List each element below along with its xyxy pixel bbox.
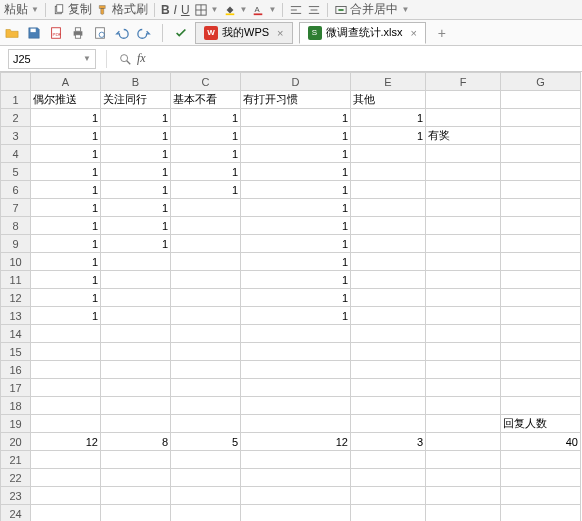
cell-E10[interactable] bbox=[351, 253, 426, 271]
cell-F12[interactable] bbox=[426, 289, 501, 307]
cell-F17[interactable] bbox=[426, 379, 501, 397]
cell-D24[interactable] bbox=[241, 505, 351, 522]
row-header-15[interactable]: 15 bbox=[1, 343, 31, 361]
cell-G8[interactable] bbox=[501, 217, 581, 235]
cell-E2[interactable]: 1 bbox=[351, 109, 426, 127]
cell-A7[interactable]: 1 bbox=[31, 199, 101, 217]
cell-A24[interactable] bbox=[31, 505, 101, 522]
cell-G13[interactable] bbox=[501, 307, 581, 325]
cell-E9[interactable] bbox=[351, 235, 426, 253]
close-icon[interactable]: × bbox=[277, 27, 283, 39]
check-button[interactable] bbox=[173, 25, 189, 41]
cell-F3[interactable]: 有奖 bbox=[426, 127, 501, 145]
fx-label[interactable]: fx bbox=[137, 51, 146, 66]
cell-A3[interactable]: 1 bbox=[31, 127, 101, 145]
tab-my-wps[interactable]: W 我的WPS × bbox=[195, 22, 293, 44]
open-button[interactable] bbox=[4, 25, 20, 41]
row-header-4[interactable]: 4 bbox=[1, 145, 31, 163]
cell-F15[interactable] bbox=[426, 343, 501, 361]
cell-E11[interactable] bbox=[351, 271, 426, 289]
cell-D3[interactable]: 1 bbox=[241, 127, 351, 145]
cell-E1[interactable]: 其他 bbox=[351, 91, 426, 109]
name-box[interactable]: J25 ▼ bbox=[8, 49, 96, 69]
cell-D4[interactable]: 1 bbox=[241, 145, 351, 163]
row-header-11[interactable]: 11 bbox=[1, 271, 31, 289]
cell-E8[interactable] bbox=[351, 217, 426, 235]
cell-D22[interactable] bbox=[241, 469, 351, 487]
cell-C15[interactable] bbox=[171, 343, 241, 361]
cell-B6[interactable]: 1 bbox=[101, 181, 171, 199]
row-header-6[interactable]: 6 bbox=[1, 181, 31, 199]
cell-F10[interactable] bbox=[426, 253, 501, 271]
cell-G19[interactable]: 回复人数 bbox=[501, 415, 581, 433]
add-tab-button[interactable]: + bbox=[432, 25, 452, 41]
save-button[interactable] bbox=[26, 25, 42, 41]
cell-D20[interactable]: 12 bbox=[241, 433, 351, 451]
row-header-14[interactable]: 14 bbox=[1, 325, 31, 343]
cell-E16[interactable] bbox=[351, 361, 426, 379]
select-all-corner[interactable] bbox=[1, 73, 31, 91]
row-header-8[interactable]: 8 bbox=[1, 217, 31, 235]
cell-C4[interactable]: 1 bbox=[171, 145, 241, 163]
cell-A18[interactable] bbox=[31, 397, 101, 415]
row-header-24[interactable]: 24 bbox=[1, 505, 31, 522]
cell-F1[interactable] bbox=[426, 91, 501, 109]
cell-B3[interactable]: 1 bbox=[101, 127, 171, 145]
cell-F5[interactable] bbox=[426, 163, 501, 181]
cell-E22[interactable] bbox=[351, 469, 426, 487]
cell-B20[interactable]: 8 bbox=[101, 433, 171, 451]
cell-C20[interactable]: 5 bbox=[171, 433, 241, 451]
cell-D2[interactable]: 1 bbox=[241, 109, 351, 127]
cell-B15[interactable] bbox=[101, 343, 171, 361]
cell-B19[interactable] bbox=[101, 415, 171, 433]
cell-G6[interactable] bbox=[501, 181, 581, 199]
cell-D12[interactable]: 1 bbox=[241, 289, 351, 307]
cell-B23[interactable] bbox=[101, 487, 171, 505]
column-header-C[interactable]: C bbox=[171, 73, 241, 91]
cell-D21[interactable] bbox=[241, 451, 351, 469]
cell-C23[interactable] bbox=[171, 487, 241, 505]
cell-B10[interactable] bbox=[101, 253, 171, 271]
border-button[interactable]: ▼ bbox=[194, 3, 219, 17]
cell-G4[interactable] bbox=[501, 145, 581, 163]
cell-B4[interactable]: 1 bbox=[101, 145, 171, 163]
cell-E14[interactable] bbox=[351, 325, 426, 343]
cell-F24[interactable] bbox=[426, 505, 501, 522]
column-header-G[interactable]: G bbox=[501, 73, 581, 91]
paste-button[interactable]: 粘贴▼ bbox=[4, 1, 39, 18]
cell-B7[interactable]: 1 bbox=[101, 199, 171, 217]
redo-button[interactable] bbox=[136, 25, 152, 41]
cell-A23[interactable] bbox=[31, 487, 101, 505]
fill-color-button[interactable]: ▼ bbox=[223, 3, 248, 17]
print-button[interactable] bbox=[70, 25, 86, 41]
cell-C13[interactable] bbox=[171, 307, 241, 325]
column-header-F[interactable]: F bbox=[426, 73, 501, 91]
cell-B9[interactable]: 1 bbox=[101, 235, 171, 253]
cell-E21[interactable] bbox=[351, 451, 426, 469]
undo-button[interactable] bbox=[114, 25, 130, 41]
cell-G7[interactable] bbox=[501, 199, 581, 217]
align-center-button[interactable] bbox=[307, 3, 321, 17]
cell-C16[interactable] bbox=[171, 361, 241, 379]
cell-C17[interactable] bbox=[171, 379, 241, 397]
cell-E6[interactable] bbox=[351, 181, 426, 199]
cell-D23[interactable] bbox=[241, 487, 351, 505]
cell-D11[interactable]: 1 bbox=[241, 271, 351, 289]
row-header-19[interactable]: 19 bbox=[1, 415, 31, 433]
row-header-7[interactable]: 7 bbox=[1, 199, 31, 217]
cell-B5[interactable]: 1 bbox=[101, 163, 171, 181]
cell-C24[interactable] bbox=[171, 505, 241, 522]
cell-G3[interactable] bbox=[501, 127, 581, 145]
cell-D1[interactable]: 有打开习惯 bbox=[241, 91, 351, 109]
column-header-A[interactable]: A bbox=[31, 73, 101, 91]
format-painter-button[interactable]: 格式刷 bbox=[96, 1, 148, 18]
cell-C11[interactable] bbox=[171, 271, 241, 289]
cell-G17[interactable] bbox=[501, 379, 581, 397]
cell-D9[interactable]: 1 bbox=[241, 235, 351, 253]
formula-input[interactable] bbox=[150, 50, 582, 68]
row-header-13[interactable]: 13 bbox=[1, 307, 31, 325]
cell-G24[interactable] bbox=[501, 505, 581, 522]
cell-A2[interactable]: 1 bbox=[31, 109, 101, 127]
cell-E24[interactable] bbox=[351, 505, 426, 522]
cell-F2[interactable] bbox=[426, 109, 501, 127]
